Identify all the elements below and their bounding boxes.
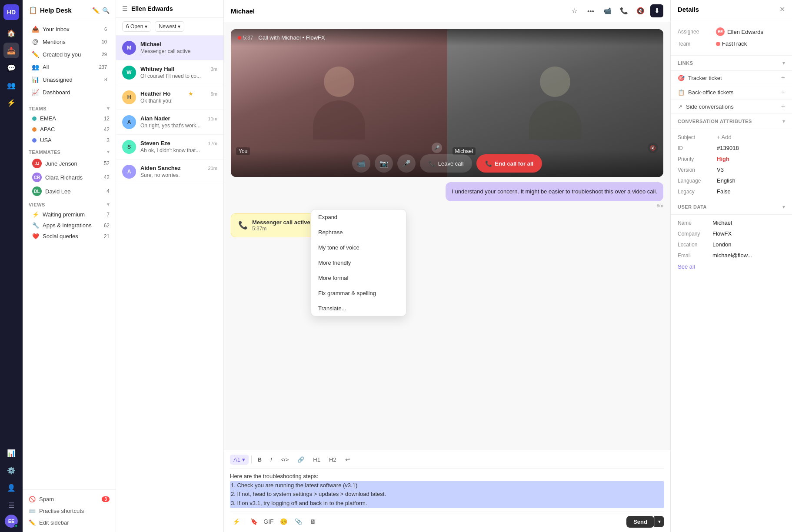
conv-item-michael[interactable]: M Michael Messenger call active — [116, 36, 223, 60]
conv-item-alan[interactable]: A Alan Nader 11m Oh right, yes that's wo… — [116, 110, 223, 135]
sidebar-contacts-btn[interactable]: 👥 — [3, 77, 19, 93]
mic-btn[interactable]: 🎤 — [397, 154, 416, 173]
teammates-expand-icon[interactable]: ▾ — [107, 149, 110, 155]
backoffice-add-btn[interactable]: + — [781, 88, 785, 96]
end-call-btn[interactable]: 📞 End call for all — [476, 154, 542, 173]
footer-divider-1 — [245, 518, 245, 525]
nav-mentions[interactable]: @ Mentions 10 — [25, 36, 113, 48]
bold-btn[interactable]: B — [254, 455, 265, 465]
ai-menu-rephrase[interactable]: Rephrase — [311, 225, 406, 240]
header-more-btn[interactable]: ••• — [584, 4, 597, 17]
sidebar-reports-btn[interactable]: 📊 — [3, 445, 19, 461]
video-toggle-btn[interactable]: 📹 — [352, 154, 370, 173]
team-apac[interactable]: APAC 42 — [23, 124, 116, 135]
nav-dashboard[interactable]: 📈 Dashboard — [25, 86, 113, 98]
user-data-header: USER DATA ▾ — [671, 200, 792, 215]
team-emea[interactable]: EMEA 12 — [23, 113, 116, 124]
user-name-row: Name Michael — [671, 217, 792, 228]
code-btn[interactable]: </> — [277, 455, 293, 465]
ai-menu-expand[interactable]: Expand — [311, 209, 406, 225]
ai-menu-tone[interactable]: My tone of voice — [311, 240, 406, 255]
compose-save-btn[interactable]: 🔖 — [248, 515, 260, 528]
conv-item-aiden[interactable]: A Aiden Sanchez 21m Sure, no worries. — [116, 160, 223, 184]
italic-btn[interactable]: I — [267, 455, 276, 465]
sidebar-menu-btn[interactable]: ☰ — [3, 497, 19, 513]
sidebar-people-btn[interactable]: 👤 — [3, 480, 19, 495]
team-usa[interactable]: USA 3 — [23, 135, 116, 146]
teammates-section-header: TEAMMATES ▾ — [23, 146, 116, 156]
ai-toggle-btn[interactable]: A1 ▾ — [230, 455, 249, 465]
teammate-david[interactable]: DL David Lee 4 — [23, 184, 116, 198]
filter-newest-btn[interactable]: Newest ▾ — [155, 21, 184, 32]
bottom-spam[interactable]: 🚫 Spam 3 — [23, 493, 116, 505]
compose-gif-btn[interactable]: GIF — [263, 515, 275, 528]
call-controls: 📹 📷 🎤 📞 Leave call 📞 End call for all — [231, 150, 663, 177]
tracker-add-btn[interactable]: + — [781, 74, 785, 82]
teams-expand-icon[interactable]: ▾ — [107, 106, 110, 111]
view-waiting-premium[interactable]: ⚡ Waiting premium 7 — [23, 209, 116, 220]
header-phone-btn[interactable]: 📞 — [617, 4, 630, 17]
compose-screen-btn[interactable]: 🖥 — [307, 515, 319, 528]
compose-lightning-btn[interactable]: ⚡ — [230, 515, 242, 528]
shortcuts-icon: ⌨️ — [29, 508, 36, 514]
view-apps[interactable]: 🔧 Apps & integrations 62 — [23, 220, 116, 231]
assignee-avatar: EE — [716, 27, 725, 36]
apac-dot — [32, 127, 37, 132]
compose-emoji-btn[interactable]: 😊 — [277, 515, 290, 528]
h2-btn[interactable]: H2 — [326, 455, 340, 465]
compose-toolbar: A1 ▾ B I </> 🔗 H1 H2 ↩ — [230, 455, 664, 469]
leave-call-btn[interactable]: 📞 Leave call — [420, 154, 473, 173]
send-button[interactable]: Send — [626, 516, 654, 528]
header-download-btn[interactable]: ⬇ — [650, 4, 663, 17]
header-mute-btn[interactable]: 🔇 — [634, 4, 647, 17]
conv-item-whitney[interactable]: W Whitney Hall 3m Of course! I'll need t… — [116, 60, 223, 85]
sidebar-home-btn[interactable]: 🏠 — [3, 25, 19, 41]
bottom-edit-sidebar[interactable]: ✏️ Edit sidebar — [23, 517, 116, 529]
sidebar-chat-btn[interactable]: 💬 — [3, 60, 19, 76]
backoffice-link[interactable]: 📋 Back-office tickets + — [671, 85, 792, 100]
send-dropdown-btn[interactable]: ▾ — [654, 516, 664, 527]
link-btn[interactable]: 🔗 — [294, 455, 308, 465]
teammate-june[interactable]: JJ June Jenson 52 — [23, 156, 116, 170]
team-row: Team FastTrack — [678, 38, 785, 49]
views-expand-icon[interactable]: ▾ — [107, 202, 110, 207]
tracker-link[interactable]: 🎯 Tracker ticket + — [671, 71, 792, 85]
nav-unassigned[interactable]: 📊 Unassigned 8 — [25, 73, 113, 86]
nav-all[interactable]: 👥 All 237 — [25, 61, 113, 73]
links-toggle[interactable]: ▾ — [782, 60, 785, 66]
see-all-btn[interactable]: See all — [678, 263, 695, 270]
conv-attrs-toggle[interactable]: ▾ — [782, 118, 785, 124]
camera-btn[interactable]: 📷 — [375, 154, 393, 173]
teammates-list: JJ June Jenson 52 CR Clara Richards 42 D… — [23, 156, 116, 198]
header-star-btn[interactable]: ☆ — [568, 4, 581, 17]
video-call-header: 5:37 Call with Michael • FlowFX — [231, 29, 663, 46]
side-conv-link[interactable]: ↗ Side conversations + — [671, 100, 792, 114]
h1-btn[interactable]: H1 — [309, 455, 324, 465]
ai-menu-formal[interactable]: More formal — [311, 270, 406, 286]
bottom-shortcuts[interactable]: ⌨️ Practise shortcuts — [23, 505, 116, 517]
compose-attach-btn[interactable]: 📎 — [292, 515, 304, 528]
sidebar-lightning-btn[interactable]: ⚡ — [3, 95, 19, 110]
nav-created[interactable]: ✏️ Created by you 29 — [25, 48, 113, 60]
ai-menu-friendly[interactable]: More friendly — [311, 255, 406, 270]
conv-item-heather[interactable]: H Heather Ho ★ 9m Ok thank you! — [116, 85, 223, 110]
nav-compose-btn[interactable]: ✏️ — [92, 7, 100, 14]
user-data-toggle[interactable]: ▾ — [782, 204, 785, 210]
david-avatar: DL — [32, 186, 42, 196]
sidebar-settings-btn[interactable]: ⚙️ — [3, 462, 19, 478]
ai-menu-grammar[interactable]: Fix grammar & spelling — [311, 286, 406, 301]
conv-item-steven[interactable]: S Steven Eze 17m Ah ok, I didn't know th… — [116, 135, 223, 160]
details-close-btn[interactable]: ✕ — [779, 5, 785, 13]
undo-btn[interactable]: ↩ — [342, 455, 353, 465]
sidebar-inbox-btn[interactable]: 📥 — [3, 43, 19, 58]
michael-avatar: M — [122, 41, 136, 55]
filter-open-btn[interactable]: 6 Open ▾ — [122, 21, 151, 32]
ai-menu-translate[interactable]: Translate... — [311, 301, 406, 316]
teammate-clara[interactable]: CR Clara Richards 42 — [23, 170, 116, 184]
side-conv-add-btn[interactable]: + — [781, 103, 785, 110]
compose-input[interactable]: Here are the troubleshooting steps: 1. C… — [230, 472, 664, 508]
header-video-btn[interactable]: 📹 — [601, 4, 614, 17]
view-social[interactable]: ❤️ Social queries 21 — [23, 231, 116, 242]
nav-search-btn[interactable]: 🔍 — [102, 7, 110, 14]
nav-inbox[interactable]: 📥 Your Inbox 6 — [25, 23, 113, 35]
